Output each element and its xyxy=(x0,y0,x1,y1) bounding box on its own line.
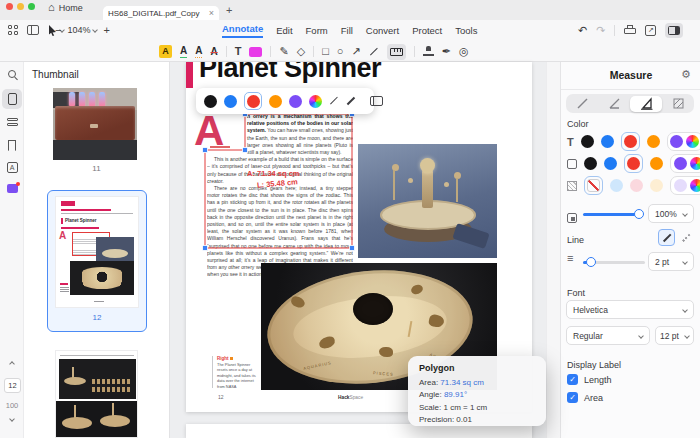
text-tool-icon[interactable]: T xyxy=(235,46,242,57)
tab-home[interactable]: ⌂ Home xyxy=(48,2,83,13)
text-red-swatch[interactable] xyxy=(624,135,637,148)
page-thumbnail-11[interactable] xyxy=(53,88,137,160)
length-checkbox-row[interactable]: ✓ Length xyxy=(567,374,612,385)
font-family-dropdown[interactable]: Helvetica xyxy=(566,300,694,319)
new-tab-button[interactable]: + xyxy=(226,4,232,16)
vertical-scrollbar[interactable] xyxy=(546,62,560,438)
color-black[interactable] xyxy=(204,95,217,108)
measure-tool-button-active[interactable] xyxy=(387,44,406,60)
fill-custom-color-icon[interactable] xyxy=(690,179,700,192)
sidebar-toggle-icon[interactable] xyxy=(27,25,39,35)
zoom-out-button[interactable]: − xyxy=(55,24,61,36)
undo-icon[interactable]: ↶ xyxy=(578,25,587,36)
rectangle-tool-icon[interactable]: □ xyxy=(322,46,329,57)
underline-tool-icon[interactable]: A xyxy=(180,46,187,58)
zoom-level-dropdown[interactable]: 104% xyxy=(67,25,97,35)
custom-color-icon[interactable] xyxy=(309,95,322,108)
grid-view-icon[interactable] xyxy=(8,25,18,35)
line-tool-icon[interactable] xyxy=(370,47,378,55)
menu-convert[interactable]: Convert xyxy=(366,25,399,36)
hatch-area-tool-segment[interactable] xyxy=(662,94,694,113)
fill-lightpurple-swatch[interactable] xyxy=(674,179,687,192)
share-export-icon[interactable]: ↗ xyxy=(645,25,656,36)
thick-line-option[interactable] xyxy=(347,97,356,106)
opacity-dropdown[interactable]: 100% xyxy=(648,204,694,223)
zoom-in-button[interactable]: + xyxy=(103,24,109,36)
border-blue-swatch[interactable] xyxy=(604,157,617,170)
line-width-dropdown[interactable]: 2 pt xyxy=(648,252,694,271)
opacity-slider-track[interactable] xyxy=(583,213,641,216)
color-red-selected[interactable] xyxy=(244,92,262,110)
strikethrough-tool-icon[interactable]: A xyxy=(210,47,217,57)
text-black-swatch[interactable] xyxy=(581,135,594,148)
fill-lightblue-swatch[interactable] xyxy=(610,179,623,192)
fill-pink-swatch[interactable] xyxy=(630,179,643,192)
minimize-window-button[interactable] xyxy=(17,3,24,10)
zoom-window-button[interactable] xyxy=(28,3,35,10)
annotation-list-icon[interactable]: A xyxy=(0,162,24,173)
gear-icon[interactable]: ⚙ xyxy=(681,68,691,81)
redact-tool-icon[interactable]: ◎ xyxy=(459,46,469,57)
area-tool-segment-active[interactable] xyxy=(630,96,662,112)
page-thumbnail-13[interactable] xyxy=(55,350,138,438)
search-icon[interactable] xyxy=(0,70,24,78)
tab-document[interactable]: HS68_DIGITAL.pdf_Copy × xyxy=(103,6,219,20)
font-size-dropdown[interactable]: 12 pt xyxy=(655,326,694,345)
panel-toggle-button[interactable] xyxy=(665,23,683,38)
page-number-input[interactable]: 12 xyxy=(4,378,21,393)
menu-edit[interactable]: Edit xyxy=(276,25,292,36)
thin-line-option[interactable] xyxy=(330,97,338,105)
dashed-line-button[interactable] xyxy=(677,229,694,246)
border-red-swatch[interactable] xyxy=(627,157,640,170)
border-custom-color-icon[interactable] xyxy=(690,157,700,170)
bookmark-icon[interactable] xyxy=(0,140,24,151)
outline-icon[interactable] xyxy=(0,117,24,128)
fill-cream-swatch[interactable] xyxy=(650,179,663,192)
area-checkbox[interactable]: ✓ xyxy=(567,392,578,403)
no-fill-selected[interactable] xyxy=(584,176,603,195)
border-black-swatch[interactable] xyxy=(584,157,597,170)
color-purple[interactable] xyxy=(289,95,302,108)
font-style-dropdown[interactable]: Regular xyxy=(566,326,650,345)
menu-form[interactable]: Form xyxy=(306,25,328,36)
text-orange-swatch[interactable] xyxy=(647,135,660,148)
stamp-tool-icon[interactable] xyxy=(423,46,434,57)
length-checkbox[interactable]: ✓ xyxy=(567,374,578,385)
arrow-tool-icon[interactable]: ↗ xyxy=(351,46,360,57)
menu-tools[interactable]: Tools xyxy=(455,25,477,36)
menu-fill[interactable]: Fill xyxy=(341,25,353,36)
close-tab-icon[interactable]: × xyxy=(209,8,214,18)
page-thumbnail-12-selected[interactable]: Planet Spinner A 12 xyxy=(47,190,147,332)
close-window-button[interactable] xyxy=(6,3,13,10)
solid-line-button-active[interactable] xyxy=(658,229,675,246)
page-up-button[interactable] xyxy=(0,362,24,366)
color-blue[interactable] xyxy=(224,95,237,108)
border-orange-swatch[interactable] xyxy=(650,157,663,170)
signature-tool-icon[interactable]: ✒ xyxy=(442,46,451,57)
redo-icon[interactable]: ↷ xyxy=(596,25,605,36)
attachment-icon[interactable] xyxy=(0,184,24,193)
text-blue-swatch[interactable] xyxy=(601,135,614,148)
eraser-tool-icon[interactable]: ◇ xyxy=(297,46,305,57)
text-purple-swatch[interactable] xyxy=(670,135,683,148)
squiggly-tool-icon[interactable]: A xyxy=(195,46,202,58)
page-down-button[interactable] xyxy=(0,417,24,421)
border-purple-swatch[interactable] xyxy=(674,157,687,170)
comment-tool-icon[interactable] xyxy=(249,47,262,57)
highlight-tool-icon[interactable]: A xyxy=(159,45,172,58)
ellipse-tool-icon[interactable]: ○ xyxy=(337,46,344,57)
menu-annotate[interactable]: Annotate xyxy=(222,23,263,38)
color-orange[interactable] xyxy=(269,95,282,108)
opacity-slider-knob[interactable] xyxy=(634,209,644,219)
border-red-swatch-selected[interactable] xyxy=(624,154,643,173)
line-width-slider-knob[interactable] xyxy=(586,257,596,267)
perimeter-tool-segment[interactable] xyxy=(598,94,630,113)
color-red[interactable] xyxy=(247,95,260,108)
properties-panel-icon[interactable] xyxy=(370,96,383,106)
distance-tool-segment[interactable] xyxy=(566,94,598,113)
pencil-tool-icon[interactable]: ✎ xyxy=(279,46,288,57)
print-icon[interactable] xyxy=(624,25,636,35)
menu-protect[interactable]: Protect xyxy=(412,25,442,36)
text-red-swatch-selected[interactable] xyxy=(621,132,640,151)
area-checkbox-row[interactable]: ✓ Area xyxy=(567,392,603,403)
